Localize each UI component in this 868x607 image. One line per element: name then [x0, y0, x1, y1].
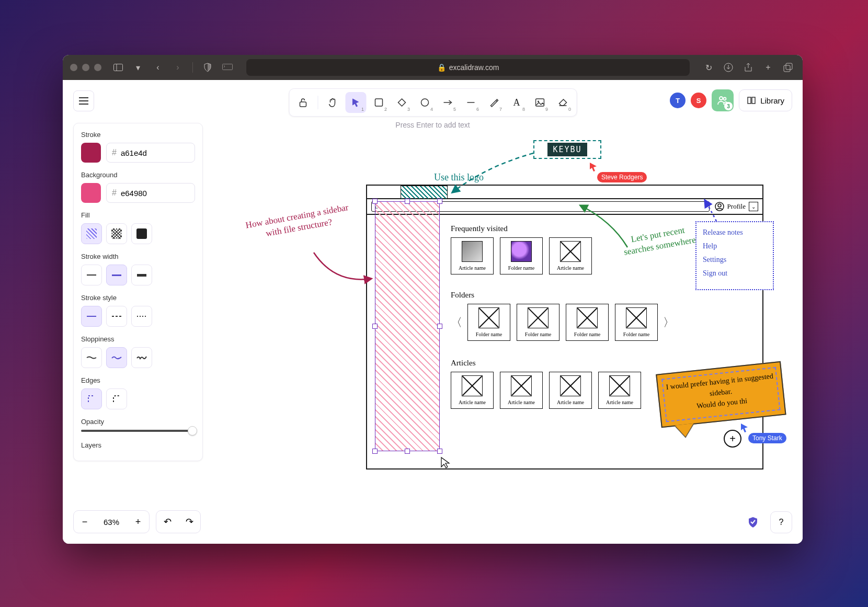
rectangle-tool[interactable]: 2 — [368, 92, 389, 113]
fill-hachure-button[interactable] — [81, 223, 102, 244]
select-tool[interactable]: 1 — [345, 92, 366, 113]
svg-rect-10 — [375, 99, 382, 106]
fill-cross-button[interactable] — [106, 223, 127, 244]
zoom-level[interactable]: 63% — [96, 511, 127, 533]
library-button[interactable]: Library — [739, 89, 792, 111]
stroke-hex-field[interactable] — [121, 148, 189, 157]
selected-sidebar-rect[interactable] — [375, 201, 440, 451]
stroke-hex-input[interactable]: # — [106, 143, 195, 163]
sl-arch-button[interactable] — [81, 347, 102, 368]
ellipse-tool[interactable]: 4 — [414, 92, 435, 113]
freq-card[interactable]: Article name — [549, 237, 592, 274]
sidebar-toggle-icon[interactable] — [111, 60, 125, 75]
fill-solid-button[interactable] — [131, 223, 152, 244]
new-tab-icon[interactable]: + — [761, 60, 775, 75]
sl-heading: Sloppiness — [81, 335, 195, 343]
redo-button[interactable]: ↷ — [178, 511, 200, 533]
article-card[interactable]: Article name — [598, 372, 641, 409]
draw-tool[interactable]: 7 — [483, 92, 504, 113]
diamond-tool[interactable]: 3 — [391, 92, 412, 113]
url-text: excalidraw.com — [449, 63, 499, 72]
user-icon — [715, 202, 724, 211]
traffic-lights[interactable] — [70, 64, 101, 71]
articles-title: Articles — [451, 359, 641, 368]
freq-card[interactable]: Folder name — [500, 237, 543, 274]
fill-heading: Fill — [81, 211, 195, 219]
ss-solid-button[interactable] — [81, 306, 102, 327]
anno-logo[interactable]: Use this logo — [434, 172, 484, 183]
folder-card[interactable]: Folder name — [517, 304, 559, 341]
browser-window: ▾ ‹ › 🔒 excalidraw.com ↻ + — [63, 55, 803, 544]
undo-button[interactable]: ↶ — [156, 511, 178, 533]
sw-med-button[interactable] — [106, 265, 127, 285]
ed-round-button[interactable] — [106, 388, 127, 409]
bg-hex-input[interactable]: # — [106, 183, 195, 203]
bg-swatch[interactable] — [81, 183, 101, 203]
profile-chevron-icon[interactable]: ⌄ — [749, 202, 758, 211]
ss-dotted-button[interactable] — [131, 306, 152, 327]
folder-card[interactable]: Folder name — [566, 304, 609, 341]
folder-card[interactable]: Folder name — [467, 304, 510, 341]
image-tool[interactable]: 9 — [529, 92, 550, 113]
logo-box[interactable]: KEYBU — [533, 140, 601, 159]
excalidraw-app: 1 2 3 4 5 6 7 — [63, 80, 803, 544]
freq-card[interactable]: Article name — [451, 237, 494, 274]
eraser-tool[interactable]: 0 — [552, 92, 573, 113]
sl-artist-button[interactable] — [106, 347, 127, 368]
dropdown-menu[interactable]: Release notes Help Settings Sign out — [695, 221, 774, 290]
article-card[interactable]: Article name — [549, 372, 592, 409]
line-tool[interactable]: 6 — [460, 92, 481, 113]
menu-button[interactable] — [73, 90, 94, 111]
chevron-down-icon[interactable]: ▾ — [131, 60, 145, 75]
sw-thick-button[interactable] — [131, 265, 152, 285]
sw-thin-button[interactable] — [81, 265, 102, 285]
opacity-slider[interactable] — [81, 430, 195, 432]
menu-item[interactable]: Settings — [703, 256, 767, 264]
help-button[interactable]: ? — [770, 511, 792, 533]
devtools-icon[interactable] — [220, 60, 235, 75]
minimize-dot[interactable] — [82, 64, 89, 71]
shield-icon[interactable] — [200, 60, 215, 75]
zoom-out-button[interactable]: − — [74, 511, 96, 533]
menu-item[interactable]: Help — [703, 242, 767, 250]
text-tool[interactable]: A 8 — [506, 92, 527, 113]
article-card[interactable]: Article name — [500, 372, 543, 409]
collaboration-button[interactable]: 3 — [712, 89, 734, 111]
avatar-s[interactable]: S — [691, 93, 706, 108]
shield-status-icon[interactable] — [742, 511, 764, 533]
folder-card[interactable]: Folder name — [615, 304, 658, 341]
top-right-actions: T S 3 Library — [670, 89, 792, 111]
lock-tool[interactable] — [292, 92, 313, 113]
zoom-in-button[interactable]: + — [127, 511, 149, 533]
svg-point-11 — [421, 99, 428, 106]
wireframe-tab[interactable] — [401, 186, 448, 199]
carousel-prev-icon[interactable]: 〈 — [451, 315, 462, 330]
stroke-swatch[interactable] — [81, 143, 101, 163]
wireframe-profile[interactable]: Profile ⌄ — [715, 202, 758, 211]
reload-icon[interactable]: ↻ — [701, 60, 716, 75]
carousel-next-icon[interactable]: 〉 — [663, 315, 675, 330]
tabs-icon[interactable] — [781, 60, 795, 75]
back-icon[interactable]: ‹ — [151, 60, 165, 75]
share-icon[interactable] — [741, 60, 756, 75]
sl-cartoon-button[interactable] — [131, 347, 152, 368]
bg-hex-field[interactable] — [121, 189, 189, 198]
article-card[interactable]: Article name — [451, 372, 494, 409]
anno-sidebar[interactable]: How about creating a sidebar with file s… — [245, 202, 352, 243]
menu-item[interactable]: Release notes — [703, 228, 767, 237]
menu-item[interactable]: Sign out — [703, 269, 767, 278]
hand-tool[interactable] — [322, 92, 343, 113]
avatar-t[interactable]: T — [670, 93, 686, 108]
library-label: Library — [760, 96, 784, 105]
address-bar[interactable]: 🔒 excalidraw.com — [246, 59, 690, 76]
tool-toolbar: 1 2 3 4 5 6 7 — [289, 88, 577, 117]
ed-sharp-button[interactable] — [81, 388, 102, 409]
forward-icon[interactable]: › — [170, 60, 185, 75]
arrow-tool[interactable]: 5 — [437, 92, 458, 113]
placeholder-icon — [577, 307, 598, 328]
ss-dashed-button[interactable] — [106, 306, 127, 327]
canvas[interactable]: KEYBU ⌕ Profile ⌄ F — [214, 117, 792, 507]
maximize-dot[interactable] — [94, 64, 101, 71]
close-dot[interactable] — [70, 64, 77, 71]
download-icon[interactable] — [721, 60, 736, 75]
